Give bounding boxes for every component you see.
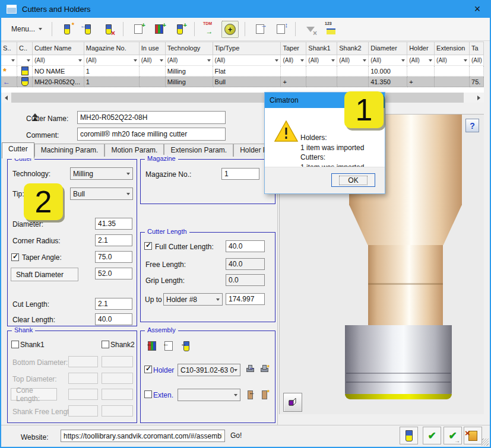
table-row[interactable]: * NO NAME 1 Milling Flat 10.000 — [1, 66, 484, 77]
tip-select[interactable]: Bull — [70, 188, 133, 200]
close-icon[interactable]: × — [470, 1, 484, 17]
column-header[interactable]: Holder — [407, 42, 435, 55]
tab-cutter[interactable]: Cutter — [2, 142, 34, 158]
import-cutter-button[interactable]: ← — [79, 21, 96, 38]
magazine-group-title: Magazine — [145, 155, 178, 162]
up-to-select[interactable]: Holder #8 — [163, 293, 223, 306]
corner-radius-input[interactable] — [95, 234, 132, 246]
dialog-ok-button[interactable]: OK — [331, 173, 375, 187]
comment-input[interactable] — [77, 128, 226, 141]
filter-dropdown[interactable] — [1, 55, 17, 66]
magazine-no-input[interactable] — [221, 168, 259, 180]
view-cube-button[interactable] — [283, 393, 302, 412]
column-header[interactable]: Cutter Name — [33, 42, 84, 55]
clear-length-input[interactable] — [95, 313, 132, 325]
column-header[interactable]: Taper — [281, 42, 306, 55]
taper-angle-checkbox[interactable] — [11, 253, 19, 261]
holder-icon — [248, 365, 252, 370]
filter-dropdown[interactable]: (All) — [281, 55, 306, 66]
plus-circle-icon: + — [224, 24, 236, 35]
add-active-button[interactable]: + — [221, 21, 239, 38]
add-cutter-recent-button[interactable]: + — [171, 21, 188, 38]
column-header[interactable]: Diameter — [369, 42, 407, 55]
copy-to-document-button[interactable]: → — [251, 21, 268, 38]
show-tool-button[interactable] — [400, 427, 418, 444]
filter-dropdown[interactable]: (All) — [140, 55, 166, 66]
full-cutter-length-input[interactable] — [226, 240, 265, 252]
column-header[interactable]: Extension — [435, 42, 470, 55]
column-header[interactable]: Tip/Type — [213, 42, 281, 55]
technology-select[interactable]: Milling — [70, 167, 133, 180]
filter-dropdown[interactable] — [17, 55, 33, 66]
holder-select[interactable]: C10-391.02-63 05 — [178, 364, 240, 376]
column-header[interactable]: In use — [140, 42, 166, 55]
up-to-value-input[interactable] — [226, 293, 265, 305]
column-header[interactable]: Technology — [166, 42, 213, 55]
tab-machining-param[interactable]: Machining Param. — [34, 144, 105, 157]
filter-dropdown[interactable]: (All) — [337, 55, 369, 66]
extension-pick-button[interactable]: ← — [244, 389, 256, 401]
tdm-import-button[interactable]: TDM→ — [201, 21, 218, 38]
extension-select[interactable] — [178, 389, 240, 401]
website-input[interactable] — [61, 430, 225, 442]
column-header[interactable]: S.. — [1, 42, 17, 55]
resize-grip[interactable] — [482, 439, 489, 446]
holder-pick-button[interactable]: ← — [244, 364, 256, 376]
delete-cutter-button[interactable]: × — [100, 21, 117, 38]
filter-dropdown[interactable]: (All) — [33, 55, 84, 66]
holder-checkbox[interactable] — [144, 366, 152, 373]
add-cutter-to-process-button[interactable]: + — [129, 21, 147, 38]
scroll-left-button[interactable] — [1, 93, 11, 103]
filter-dropdown[interactable]: (All) — [306, 55, 337, 66]
full-cutter-length-checkbox[interactable] — [144, 242, 152, 250]
diameter-input[interactable] — [95, 218, 132, 230]
shank2-checkbox[interactable] — [102, 341, 109, 348]
column-header[interactable]: Magazine No. — [84, 42, 140, 55]
window-title: Cutters and Holders — [22, 5, 91, 14]
update-document-button[interactable]: ↕ — [272, 21, 289, 38]
filter-dropdown[interactable]: (All) — [84, 55, 140, 66]
filter-dropdown[interactable]: (All) — [166, 55, 213, 66]
shaft-diameter-input[interactable] — [95, 268, 132, 279]
extension-new-button[interactable]: * — [258, 389, 270, 401]
column-header[interactable]: Shank2 — [337, 42, 369, 55]
clear-filter-button[interactable]: × — [302, 21, 319, 38]
shank1-checkbox[interactable] — [11, 341, 19, 348]
check-icon: ✔ — [448, 430, 457, 442]
ruler-icon — [327, 28, 335, 34]
new-cutter-button[interactable]: * — [58, 21, 75, 38]
column-header[interactable]: Ta — [470, 42, 484, 55]
toolbar-separator — [52, 22, 52, 36]
menu-button[interactable]: Menu... — [6, 22, 47, 37]
cutter-type-cell — [17, 77, 33, 87]
scroll-right-button[interactable] — [474, 93, 484, 103]
table-horizontal-scrollbar[interactable] — [1, 93, 484, 103]
apply-button[interactable]: ✔→ — [444, 427, 462, 444]
extension-checkbox[interactable] — [144, 390, 152, 398]
taper-angle-input[interactable] — [95, 251, 132, 263]
renumber-button[interactable]: 123 — [322, 21, 340, 38]
import-assembly-doc-button[interactable]: ← — [162, 339, 175, 352]
cut-length-input[interactable] — [95, 298, 132, 310]
import-assembly-tool-button[interactable]: ← — [180, 339, 193, 352]
filter-dropdown[interactable]: (All) — [369, 55, 407, 66]
scrollbar-thumb[interactable] — [11, 93, 464, 103]
table-row-selected[interactable]: ← MH20-R052Q... 1 Milling Bull + 41.350 … — [1, 77, 484, 87]
filter-dropdown[interactable]: (All) — [470, 55, 484, 66]
chevron-down-icon — [27, 59, 30, 62]
help-button[interactable]: ? — [465, 119, 479, 132]
ok-button[interactable]: ✔ — [423, 427, 441, 444]
filter-dropdown[interactable]: (All) — [407, 55, 435, 66]
cutter-name-input[interactable] — [77, 111, 226, 124]
holder-new-button[interactable]: * — [258, 364, 270, 376]
column-header[interactable]: Shank1 — [306, 42, 337, 55]
add-cutter-group-button[interactable]: + — [150, 21, 167, 38]
filter-dropdown[interactable]: (All) — [213, 55, 281, 66]
filter-dropdown[interactable]: (All) — [435, 55, 470, 66]
exit-button[interactable]: × — [464, 427, 482, 444]
shaft-diameter-button[interactable]: Shaft Diameter — [11, 268, 78, 281]
column-header[interactable]: C.. — [17, 42, 33, 55]
import-assembly-button[interactable]: ← — [145, 339, 159, 352]
go-button[interactable]: Go! — [230, 431, 242, 440]
chevron-down-icon — [207, 59, 211, 62]
